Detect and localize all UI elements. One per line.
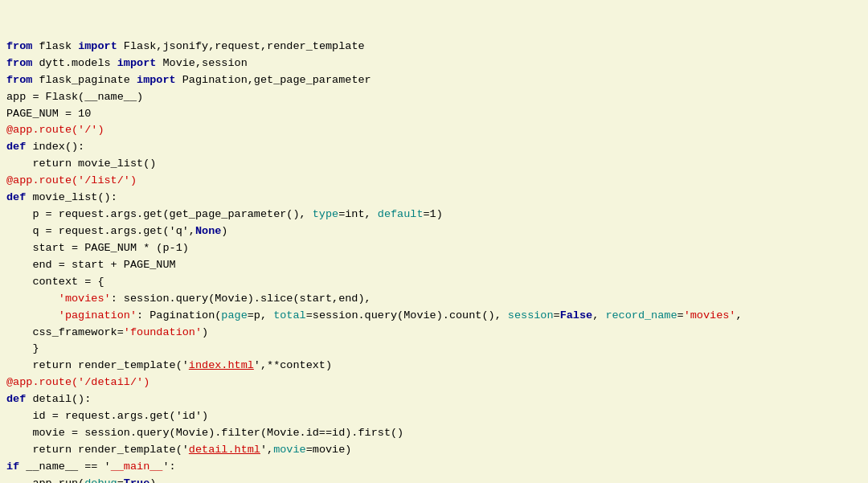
code-line-content: movie = session.query(Movie).filter(Movi… xyxy=(6,425,862,442)
token: movie = session.query(Movie).filter(Movi… xyxy=(6,427,403,439)
code-line: app.run(debug=True) xyxy=(6,476,862,483)
code-line: css_framework='foundation') xyxy=(6,325,862,342)
token: ) xyxy=(202,326,208,338)
token: session xyxy=(508,309,554,321)
token: 'movies' xyxy=(59,293,111,305)
token: : session.query(Movie).slice(start,end), xyxy=(111,293,371,305)
token: Movie,session xyxy=(156,57,247,69)
code-line: return render_template('detail.html',mov… xyxy=(6,442,862,459)
code-line: context = { xyxy=(6,274,862,291)
token: def xyxy=(6,191,26,203)
token: css_framework= xyxy=(6,326,124,338)
token: app.run( xyxy=(6,477,84,483)
code-line: @app.route('/list/') xyxy=(6,173,862,190)
token: , xyxy=(735,309,742,321)
code-line: start = PAGE_NUM * (p-1) xyxy=(6,240,862,257)
token xyxy=(6,293,59,305)
token: movie_list(): xyxy=(26,191,117,203)
token: return render_template(' xyxy=(6,359,189,371)
token: context = { xyxy=(6,276,104,288)
code-line: from flask_paginate import Pagination,ge… xyxy=(6,72,862,89)
token: index.html xyxy=(189,359,254,371)
code-editor: from flask import Flask,jsonify,request,… xyxy=(6,5,862,483)
token: = xyxy=(117,477,124,483)
token: import xyxy=(137,74,176,86)
token: == xyxy=(84,460,97,473)
code-line-content: from flask import Flask,jsonify,request,… xyxy=(6,39,862,55)
token: __main__ xyxy=(111,460,163,473)
token: =session.query(Movie).count(), xyxy=(306,309,508,321)
code-line: app = Flask(__name__) xyxy=(6,89,862,106)
code-line-content: start = PAGE_NUM * (p-1) xyxy=(6,240,862,257)
token: return render_template(' xyxy=(6,444,189,456)
code-line: if __name__ == '__main__': xyxy=(6,459,862,476)
code-line-content: return render_template('detail.html',mov… xyxy=(6,442,862,459)
code-line-content: end = start + PAGE_NUM xyxy=(6,257,862,274)
code-line-content: from flask_paginate import Pagination,ge… xyxy=(6,72,862,89)
token: return movie_list() xyxy=(6,158,156,170)
token: PAGE_NUM = 10 xyxy=(6,108,91,120)
token: =movie) xyxy=(306,444,352,456)
code-line-content: def detail(): xyxy=(6,391,862,408)
token: 'pagination' xyxy=(59,309,137,321)
token: p = request.args.get(get_page_parameter(… xyxy=(6,208,313,220)
token: ' xyxy=(97,460,110,473)
code-line: q = request.args.get('q',None) xyxy=(6,223,862,240)
code-line-content: return movie_list() xyxy=(6,156,862,173)
token: ', xyxy=(260,444,273,456)
token: detail.html xyxy=(189,444,260,456)
code-line-content: @app.route('/list/') xyxy=(6,173,862,190)
token: : Pagination( xyxy=(137,309,221,321)
code-line: id = request.args.get('id') xyxy=(6,408,862,425)
token: =p, xyxy=(248,309,273,321)
token: Flask,jsonify,request,render_template xyxy=(117,40,365,52)
code-line: def movie_list(): xyxy=(6,190,862,207)
token: default xyxy=(378,208,424,220)
token: flask xyxy=(32,40,78,52)
code-line-content: css_framework='foundation') xyxy=(6,325,862,342)
token: __name__ xyxy=(19,460,84,473)
token: index(): xyxy=(26,141,84,153)
token: @app.route('/') xyxy=(6,124,104,136)
code-line-content: q = request.args.get('q',None) xyxy=(6,223,862,240)
code-line: movie = session.query(Movie).filter(Movi… xyxy=(6,425,862,442)
code-line: 'pagination': Pagination(page=p, total=s… xyxy=(6,308,862,325)
code-line: } xyxy=(6,341,862,358)
code-line-content: @app.route('/') xyxy=(6,122,862,139)
token: =1) xyxy=(424,208,443,220)
token: =int, xyxy=(338,208,378,220)
token: def xyxy=(6,141,26,153)
code-line: end = start + PAGE_NUM xyxy=(6,257,862,274)
token: False xyxy=(560,309,593,321)
code-line-content: context = { xyxy=(6,274,862,291)
token: debug xyxy=(84,477,117,483)
token: = xyxy=(554,309,560,321)
token: dytt.models xyxy=(32,57,117,69)
code-line: from flask import Flask,jsonify,request,… xyxy=(6,39,862,55)
token: def xyxy=(6,393,26,405)
code-line: return render_template('index.html',**co… xyxy=(6,358,862,375)
token: total xyxy=(273,309,306,321)
token: from xyxy=(6,57,32,69)
code-line: def detail(): xyxy=(6,391,862,408)
code-line-content: 'pagination': Pagination(page=p, total=s… xyxy=(6,308,862,325)
token: @app.route('/detail/') xyxy=(6,376,149,388)
token: detail(): xyxy=(26,393,91,405)
token: None xyxy=(195,225,221,237)
code-line: return movie_list() xyxy=(6,156,862,173)
token: ) xyxy=(221,225,227,237)
token: end = start + PAGE_NUM xyxy=(6,259,176,271)
token: q = request.args.get('q', xyxy=(6,225,195,237)
token: import xyxy=(78,40,117,52)
token: ': xyxy=(162,460,175,473)
token xyxy=(6,309,59,321)
code-line-content: PAGE_NUM = 10 xyxy=(6,106,862,123)
code-line-content: app = Flask(__name__) xyxy=(6,89,862,106)
token: 'foundation' xyxy=(124,326,202,338)
code-line-content: from dytt.models import Movie,session xyxy=(6,55,862,72)
code-line-content: @app.route('/detail/') xyxy=(6,375,862,391)
token: True xyxy=(124,477,149,483)
token: record_name xyxy=(605,309,677,321)
token: start = PAGE_NUM * (p-1) xyxy=(6,242,189,254)
code-line-content: id = request.args.get('id') xyxy=(6,408,862,425)
